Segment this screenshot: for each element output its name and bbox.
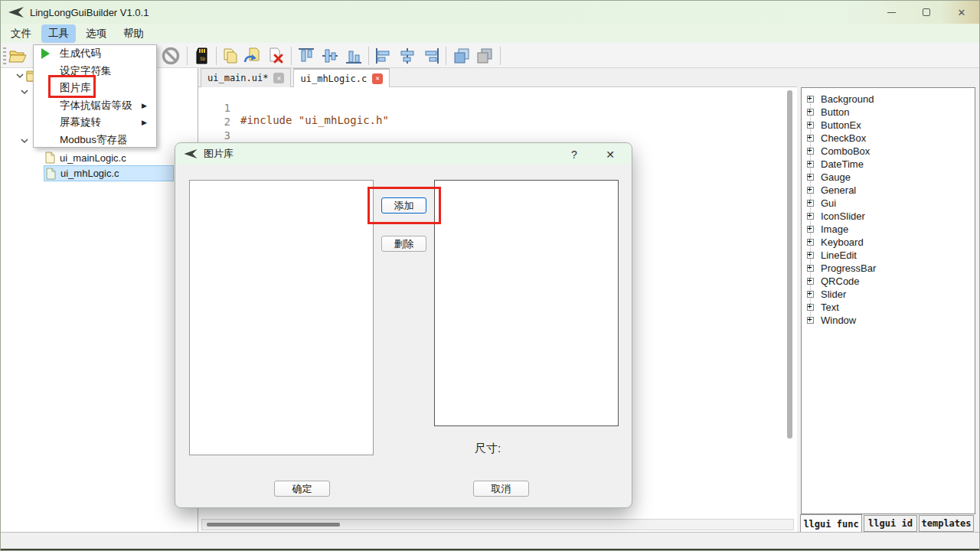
maximize-button[interactable] <box>909 1 944 24</box>
menu-item-screen-rotate[interactable]: 屏幕旋转 ▶ <box>34 114 156 132</box>
widget-tree: Background Button ButtonEx CheckBox Comb… <box>801 87 975 514</box>
bring-forward-button[interactable] <box>451 45 472 67</box>
tab-templates[interactable]: templates <box>919 515 974 532</box>
cancel-button[interactable]: 取消 <box>473 481 529 497</box>
align-bottom-button[interactable] <box>343 45 364 67</box>
toolbar-drag-handle[interactable] <box>3 47 6 64</box>
align-right-button[interactable] <box>420 45 442 67</box>
minimize-button[interactable] <box>874 1 909 24</box>
sd-card-button[interactable]: SD <box>191 45 213 67</box>
widget-item-background[interactable]: Background <box>802 93 975 106</box>
expand-plus-icon[interactable] <box>807 226 814 233</box>
widget-item-gauge[interactable]: Gauge <box>802 171 975 184</box>
menu-file[interactable]: 文件 <box>4 24 38 43</box>
dialog-help-button[interactable]: ? <box>567 147 582 162</box>
window-controls: ✕ <box>874 1 979 24</box>
widget-item-gui[interactable]: Gui <box>802 197 975 210</box>
editor-vertical-scrollbar[interactable] <box>787 90 792 439</box>
dialog-close-button[interactable]: ✕ <box>603 147 618 162</box>
dialog-title: 图片库 <box>204 147 234 161</box>
tab-close-icon[interactable]: ✕ <box>273 73 284 83</box>
ok-button[interactable]: 确定 <box>274 481 330 497</box>
submenu-arrow-icon: ▶ <box>142 102 147 109</box>
stop-button[interactable] <box>160 45 181 67</box>
expand-plus-icon[interactable] <box>807 213 814 220</box>
widget-label: Gauge <box>821 171 851 183</box>
widget-label: Slider <box>821 289 846 300</box>
tab-close-icon[interactable]: ✕ <box>372 73 383 84</box>
tab-ui-mhlogic[interactable]: ui_mhLogic.c ✕ <box>293 68 390 87</box>
menu-item-image-library[interactable]: 图片库 <box>34 80 156 97</box>
align-left-button[interactable] <box>373 45 394 67</box>
chevron-down-icon[interactable] <box>19 86 30 97</box>
menu-item-modbus-register[interactable]: Modbus寄存器 <box>34 132 156 149</box>
widget-item-keyboard[interactable]: Keyboard <box>802 236 975 249</box>
widget-item-buttonex[interactable]: ButtonEx <box>802 119 975 132</box>
widget-item-checkbox[interactable]: CheckBox <box>802 132 975 145</box>
add-button[interactable]: 添加 <box>381 197 426 214</box>
widget-item-lineedit[interactable]: LineEdit <box>802 249 975 262</box>
expand-plus-icon[interactable] <box>807 109 814 116</box>
expand-plus-icon[interactable] <box>807 278 814 285</box>
close-button[interactable]: ✕ <box>944 1 979 24</box>
widget-item-general[interactable]: General <box>802 184 975 197</box>
align-top-button[interactable] <box>296 45 317 67</box>
menu-tools[interactable]: 工具 <box>41 24 76 43</box>
tree-item-ui-mhlogic-selected[interactable]: ui_mhLogic.c <box>44 165 174 181</box>
expand-plus-icon[interactable] <box>807 317 814 324</box>
expand-plus-icon[interactable] <box>807 148 814 155</box>
widget-item-progressbar[interactable]: ProgressBar <box>802 262 975 275</box>
expand-plus-icon[interactable] <box>807 291 814 298</box>
widget-item-qrcode[interactable]: QRCode <box>802 275 975 288</box>
menu-item-generate-code[interactable]: 生成代码 <box>34 45 156 63</box>
widget-label: Text <box>821 302 839 313</box>
tab-llgui-func[interactable]: llgui func <box>800 514 862 533</box>
menu-item-label: 字体抗锯齿等级 <box>60 99 132 112</box>
expand-plus-icon[interactable] <box>807 135 814 142</box>
menu-item-font-antialias[interactable]: 字体抗锯齿等级 ▶ <box>34 97 156 115</box>
menu-item-set-charset[interactable]: 设定字符集 <box>34 63 156 80</box>
editor-tab-bar: ui_main.ui* ✕ ui_mhLogic.c ✕ <box>198 68 797 87</box>
scrollbar-thumb[interactable] <box>207 523 340 527</box>
widget-item-iconslider[interactable]: IconSlider <box>802 210 975 223</box>
widget-item-image[interactable]: Image <box>802 223 975 236</box>
align-hcenter-button[interactable] <box>319 45 341 67</box>
copy-page-icon <box>220 46 240 66</box>
image-list[interactable] <box>189 180 374 455</box>
widget-item-window[interactable]: Window <box>802 314 975 327</box>
copy-button[interactable] <box>220 45 241 67</box>
chevron-down-icon[interactable] <box>19 135 30 146</box>
expand-plus-icon[interactable] <box>807 239 814 246</box>
delete-file-button[interactable] <box>265 45 286 67</box>
tab-ui-main[interactable]: ui_main.ui* ✕ <box>201 68 291 87</box>
open-project-button[interactable] <box>7 45 28 67</box>
expand-plus-icon[interactable] <box>807 200 814 207</box>
tree-item-ui-mainlogic[interactable]: ui_mainLogic.c <box>45 150 175 165</box>
widget-item-datetime[interactable]: DateTime <box>802 158 975 171</box>
tab-llgui-id[interactable]: llgui id <box>864 515 917 532</box>
widget-label: Gui <box>821 197 836 209</box>
expand-plus-icon[interactable] <box>807 122 814 129</box>
widget-item-combobox[interactable]: ComboBox <box>802 145 975 158</box>
widget-item-slider[interactable]: Slider <box>802 288 975 301</box>
expand-plus-icon[interactable] <box>807 161 814 168</box>
menu-help[interactable]: 帮助 <box>116 24 151 43</box>
widget-item-text[interactable]: Text <box>802 301 975 314</box>
menu-options[interactable]: 选项 <box>79 24 113 43</box>
widget-label: Button <box>821 106 850 118</box>
expand-plus-icon[interactable] <box>807 304 814 311</box>
expand-plus-icon[interactable] <box>807 252 814 259</box>
minimize-icon <box>887 12 896 13</box>
image-preview <box>434 180 619 426</box>
chevron-down-icon[interactable] <box>15 70 25 81</box>
expand-plus-icon[interactable] <box>807 187 814 194</box>
editor-horizontal-scrollbar[interactable] <box>201 519 794 530</box>
expand-plus-icon[interactable] <box>807 265 814 272</box>
widget-item-button[interactable]: Button <box>802 106 975 119</box>
expand-plus-icon[interactable] <box>807 174 814 181</box>
expand-plus-icon[interactable] <box>807 96 814 103</box>
send-backward-button[interactable] <box>474 45 495 67</box>
align-vcenter-button[interactable] <box>397 45 418 67</box>
import-button[interactable] <box>242 45 263 67</box>
delete-button[interactable]: 删除 <box>381 236 426 252</box>
